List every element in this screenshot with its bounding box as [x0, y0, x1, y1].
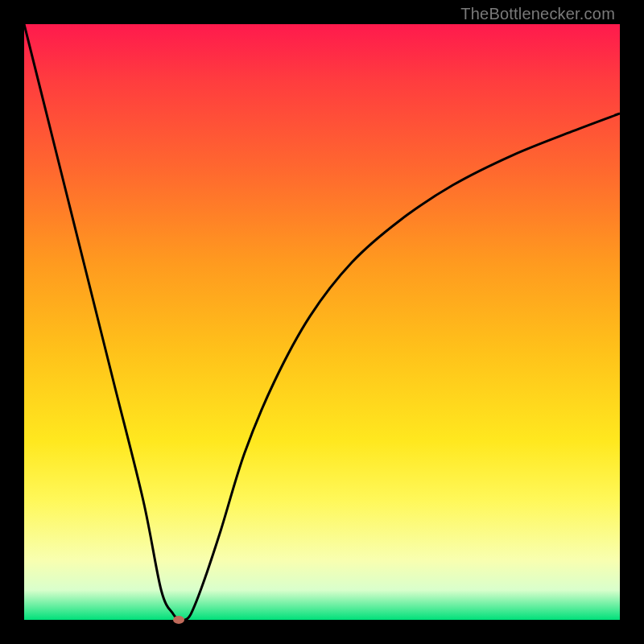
attribution-text: TheBottlenecker.com — [460, 5, 615, 23]
chart-frame — [24, 24, 620, 620]
optimal-point-marker — [173, 616, 184, 624]
bottleneck-curve — [24, 24, 620, 620]
curve-path — [24, 24, 620, 620]
chart-plot-area — [24, 24, 620, 620]
